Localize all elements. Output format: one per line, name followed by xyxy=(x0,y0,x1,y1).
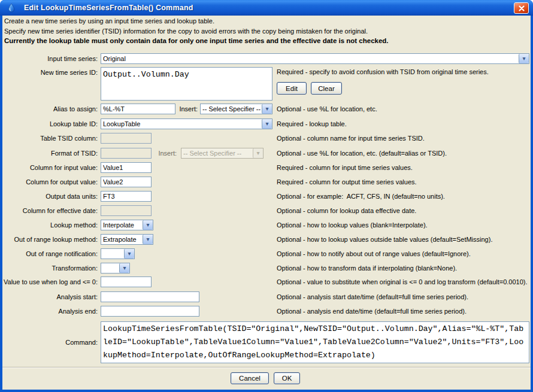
format-of-tsid-label: Format of TSID: xyxy=(0,150,98,157)
command-textarea[interactable]: LookupTimeSeriesFromTable(TSID="Original… xyxy=(101,321,529,363)
window-title: Edit LookupTimeSeriesFromTable() Command xyxy=(24,4,193,12)
analysis-end-label: Analysis end: xyxy=(0,308,98,315)
out-of-range-lookup-method-combobox[interactable]: Extrapolate ▾ xyxy=(101,234,153,245)
chevron-down-icon[interactable]: ▾ xyxy=(262,119,272,129)
column-for-effective-date-label: Column for effective date: xyxy=(0,207,98,214)
output-data-units-label: Output data units: xyxy=(0,193,98,200)
out-of-range-notification-label: Out of range notification: xyxy=(0,250,98,257)
edit-button[interactable]: Edit xyxy=(277,82,307,95)
note-line-2: Specify new time series identifier (TSID… xyxy=(4,28,368,35)
water-droplet-icon xyxy=(7,3,16,13)
alias-description: Optional - use %L for location, etc. xyxy=(277,105,377,113)
lookup-table-id-value: LookupTable xyxy=(101,119,262,129)
analysis-start-label: Analysis start: xyxy=(0,293,98,300)
analysis-end-input[interactable] xyxy=(101,306,199,317)
column-for-input-value-label: Column for input value: xyxy=(0,164,98,171)
lookup-method-label: Lookup method: xyxy=(0,221,98,229)
chevron-down-icon[interactable]: ▾ xyxy=(143,235,153,244)
dialog-window: Edit LookupTimeSeriesFromTable() Command… xyxy=(0,0,533,392)
transformation-description: Optional - how to transform data if inte… xyxy=(277,265,457,272)
column-for-output-value-description: Required - column for output time series… xyxy=(277,178,417,186)
alias-insert-label: Insert: xyxy=(144,105,198,113)
column-for-effective-date-input xyxy=(101,205,152,216)
chevron-down-icon: ▾ xyxy=(253,148,263,158)
out-of-range-lookup-method-value: Extrapolate xyxy=(101,235,143,244)
out-of-range-lookup-method-label: Out of range lookup method: xyxy=(0,236,98,243)
column-for-input-value-input[interactable] xyxy=(101,162,152,173)
chevron-down-icon[interactable]: ▾ xyxy=(262,104,272,114)
table-tsid-column-input xyxy=(101,133,152,144)
alias-specifier-combobox[interactable]: -- Select Specifier -- ▾ xyxy=(200,104,272,114)
out-of-range-notification-description: Optional - how to notify about out of ra… xyxy=(277,250,471,257)
out-of-range-notification-value xyxy=(101,249,124,259)
analysis-start-description: Optional - analysis start date/time (def… xyxy=(277,293,468,300)
out-of-range-lookup-method-description: Optional - how to lookup values outside … xyxy=(277,236,492,243)
alias-specifier-value: -- Select Specifier -- xyxy=(201,104,262,114)
clear-button[interactable]: Clear xyxy=(311,82,342,95)
lookup-method-value: Interpolate xyxy=(101,220,143,230)
column-for-input-value-description: Required - column for input time series … xyxy=(277,164,413,171)
table-tsid-column-label: Table TSID column: xyxy=(0,135,98,142)
output-data-units-description: Optional - for example: ACFT, CFS, IN (d… xyxy=(277,193,445,200)
input-time-series-label: Input time series: xyxy=(0,55,98,62)
new-time-series-id-textarea[interactable]: Output..Volumn.Day xyxy=(101,67,272,101)
input-time-series-combobox[interactable]: Original ▾ xyxy=(101,53,529,64)
new-time-series-id-label: New time series ID: xyxy=(0,69,98,76)
cancel-button[interactable]: Cancel xyxy=(231,372,269,384)
log-value-input[interactable] xyxy=(101,276,152,287)
transformation-label: Transformation: xyxy=(0,265,98,272)
close-button[interactable] xyxy=(514,2,529,14)
title-bar: Edit LookupTimeSeriesFromTable() Command xyxy=(0,0,533,16)
chevron-down-icon[interactable]: ▾ xyxy=(519,54,529,63)
column-for-output-value-input[interactable] xyxy=(101,177,152,187)
close-icon xyxy=(519,5,525,11)
input-time-series-value: Original xyxy=(101,54,519,63)
transformation-value xyxy=(101,263,119,273)
command-label: Command: xyxy=(0,339,98,346)
format-specifier-value: -- Select Specifier -- xyxy=(181,148,253,158)
output-data-units-input[interactable] xyxy=(101,191,152,202)
chevron-down-icon[interactable]: ▾ xyxy=(119,263,129,273)
log-value-description: Optional - value to substitute when orig… xyxy=(277,278,528,285)
table-tsid-column-description: Optional - column name for input time se… xyxy=(277,135,425,142)
format-insert-label: Insert: xyxy=(123,150,177,157)
lookup-method-description: Optional - how to lookup values (blank=I… xyxy=(277,221,428,229)
chevron-down-icon[interactable]: ▾ xyxy=(143,220,153,230)
new-time-series-id-description: Required - specify to avoid confusion wi… xyxy=(277,68,489,75)
out-of-range-notification-combobox[interactable]: ▾ xyxy=(101,248,135,259)
chevron-down-icon[interactable]: ▾ xyxy=(124,249,134,259)
analysis-end-description: Optional - analysis end date/time (defau… xyxy=(277,308,467,315)
alias-to-assign-label: Alias to assign: xyxy=(0,105,98,113)
note-line-1: Create a new time series by using an inp… xyxy=(4,17,214,25)
ok-button[interactable]: OK xyxy=(274,372,300,384)
log-value-label: Value to use when log and <= 0: xyxy=(0,278,98,285)
column-for-output-value-label: Column for output value: xyxy=(0,178,98,186)
note-line-3: Currently the lookup table must only con… xyxy=(4,37,389,44)
format-of-tsid-description: Optional - use %L for location, etc. (de… xyxy=(277,150,447,157)
lookup-table-id-description: Required - lookup table. xyxy=(277,120,347,127)
transformation-combobox[interactable]: ▾ xyxy=(101,263,130,274)
lookup-method-combobox[interactable]: Interpolate ▾ xyxy=(101,220,153,230)
lookup-table-id-label: Lookup table ID: xyxy=(0,120,98,127)
analysis-start-input[interactable] xyxy=(101,291,199,302)
column-for-effective-date-description: Optional - column for lookup data effect… xyxy=(277,207,416,214)
format-specifier-combobox: -- Select Specifier -- ▾ xyxy=(181,148,264,159)
button-panel-separator xyxy=(2,367,531,368)
lookup-table-id-combobox[interactable]: LookupTable ▾ xyxy=(101,118,272,129)
